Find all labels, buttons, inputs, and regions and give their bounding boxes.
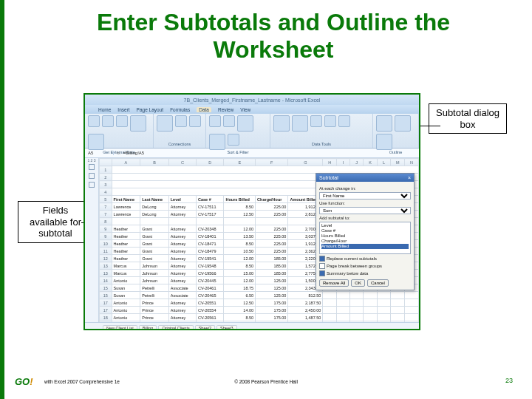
sheet-tab[interactable]: Sheet2 [195,325,215,330]
connections-icon[interactable] [175,115,187,127]
label-at-each-change: At each change in: [319,186,411,191]
tab-data[interactable]: Data [197,107,211,112]
sheet-tab[interactable]: Billing [139,325,157,330]
col-header-row: A B C D E F G H I J K L M N [100,159,419,166]
slide: Enter Subtotals and Outline the Workshee… [0,0,532,399]
table-row: 15SusanPetrelliAssociateCV-204656.50125.… [100,292,419,299]
from-access-icon[interactable] [88,115,100,127]
subtotal-dialog: Subtotal × At each change in: First Name… [316,173,415,290]
callout-subtotal-dialog: Subtotal dialog box [429,103,507,134]
ribbon-tabs: Home Insert Page Layout Formulas Data Re… [85,105,419,114]
slide-title: Enter Subtotals and Outline the Workshee… [37,9,510,64]
from-web-icon[interactable] [102,115,114,127]
existing-connections-icon[interactable] [88,134,104,150]
list-item[interactable]: Hours Billed [321,233,409,239]
name-box[interactable]: A5 [85,151,114,155]
remove-all-button[interactable]: Remove All [319,279,349,287]
excel-titlebar: 7B_Clients_Merged_Firstname_Lastname - M… [85,95,419,105]
what-if-icon[interactable] [338,115,350,127]
filter-icon[interactable] [209,134,225,150]
dialog-title: Subtotal [319,175,338,180]
ok-button[interactable]: OK [351,279,365,287]
data-validation-icon[interactable] [310,115,322,127]
ribbon-group-label: Sort & Filter [209,150,267,154]
formula-value[interactable]: =Billing!A5 [123,151,145,155]
tab-view[interactable]: View [240,107,250,112]
check-summary-below[interactable]: Summary below data [319,270,411,276]
ribbon-group-connections: Connections [154,114,206,148]
close-icon[interactable]: × [408,175,411,180]
list-item-selected[interactable]: Amount Billed [321,244,409,249]
sheet-tab[interactable]: Original Clients [158,325,193,330]
advanced-icon[interactable] [228,134,239,146]
check-replace[interactable]: Replace current subtotals [319,256,411,262]
tab-insert[interactable]: Insert [117,107,129,112]
sheet-tab[interactable]: Sheet3 [216,325,236,330]
ribbon-group-external: Get External Data [85,114,154,148]
excel-window-title: 7B_Clients_Merged_Firstname_Lastname - M… [184,98,321,103]
ribbon-group-label: Connections [157,142,202,146]
group-icon[interactable] [376,115,392,132]
list-item[interactable]: Level [321,223,409,228]
sheet-tabs: New Client List Billing Original Clients… [85,322,419,330]
tab-review[interactable]: Review [218,107,233,112]
table-row: 17AntonioPrinceAttorneyCV-2055414.00175.… [100,307,419,314]
row: 1 [100,166,419,174]
select-change-in[interactable]: First Name [319,192,411,200]
cancel-button[interactable]: Cancel [367,279,389,287]
ungroup-icon[interactable] [395,115,411,132]
label-add-subtotal-to: Add subtotal to: [319,216,411,220]
outline-pane[interactable]: 1 2 3 [85,158,99,322]
dialog-titlebar: Subtotal × [316,174,414,182]
sort-icon[interactable] [237,115,253,132]
ribbon-group-label: Data Tools [273,142,369,146]
footer-page-number: 23 [505,377,513,384]
list-item[interactable]: Case # [321,228,409,233]
from-other-sources-icon[interactable] [130,115,146,132]
consolidate-icon[interactable] [324,115,336,127]
properties-icon[interactable] [189,115,201,127]
label-use-function: Use function: [319,201,411,205]
table-row: 19NancyStevensParalegalCV-205617.0080.00… [100,321,419,323]
ribbon-group-label: Outline [376,150,415,154]
select-function[interactable]: Sum [319,207,411,214]
tab-page-layout[interactable]: Page Layout [137,107,164,112]
list-item[interactable]: Charge/Hour [321,239,409,244]
subtotal-icon[interactable] [376,134,392,150]
check-pagebreak[interactable]: Page break between groups [319,263,411,269]
tab-home[interactable]: Home [98,107,111,112]
excel-screenshot: 7B_Clients_Merged_Firstname_Lastname - M… [83,93,420,330]
ribbon-group-data-tools: Data Tools [270,114,373,148]
table-row: 18AntonioPrinceAttorneyCV-205618.50175.0… [100,314,419,321]
footer-center: © 2008 Pearson Prentice Hall [0,379,532,384]
tab-formulas[interactable]: Formulas [170,107,190,112]
sort-az-icon[interactable] [209,115,221,127]
refresh-all-icon[interactable] [157,115,173,132]
ribbon-group-sort-filter: Sort & Filter [206,114,270,148]
text-to-columns-icon[interactable] [273,115,290,132]
sort-za-icon[interactable] [223,115,235,127]
accent-bar [0,0,4,399]
fields-listbox[interactable]: Level Case # Hours Billed Charge/Hour Am… [319,222,411,254]
fx-icon[interactable]: fx [114,151,123,155]
from-text-icon[interactable] [116,115,128,127]
ribbon-group-outline: Outline [373,114,419,148]
ribbon: Get External Data Connections So [85,114,419,149]
remove-duplicates-icon[interactable] [292,115,308,132]
sheet-tab[interactable]: New Client List [103,325,137,330]
table-row: 17AntonioPrinceAttorneyCV-2055112.50175.… [100,299,419,307]
